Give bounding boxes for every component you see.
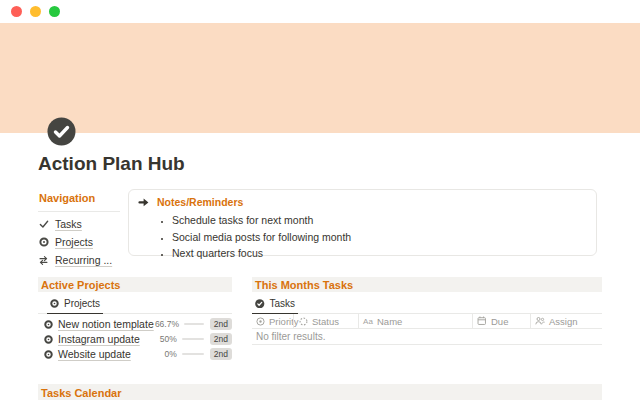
project-badge: 2nd — [210, 348, 232, 361]
nav-item-label: Tasks — [55, 218, 82, 230]
project-badge: 2nd — [210, 333, 232, 346]
nav-item-recurring[interactable]: Recurring ... — [38, 254, 120, 266]
project-progress-bar — [182, 338, 204, 341]
check-circle-icon — [255, 299, 265, 309]
page-cover[interactable] — [0, 23, 640, 133]
project-progress-value: 66.7% — [154, 319, 179, 329]
project-row[interactable]: Instagram update 50% 2nd — [38, 334, 232, 344]
target-icon — [38, 237, 49, 248]
target-icon — [50, 299, 59, 308]
column-header-status[interactable]: Status — [293, 314, 358, 328]
tab-label: Projects — [64, 298, 100, 309]
arrow-right-icon — [138, 196, 150, 208]
this-months-tasks-section: This Months Tasks Tasks Priority Statu — [252, 277, 602, 345]
notes-callout: Notes/Reminders Schedule tasks for next … — [128, 189, 597, 256]
project-name-link[interactable]: Website update — [58, 348, 131, 360]
this-months-tasks-heading: This Months Tasks — [252, 277, 602, 292]
project-progress-bar — [184, 323, 204, 326]
tasks-calendar-heading: Tasks Calendar — [38, 384, 602, 400]
repeat-icon — [38, 255, 49, 266]
nav-item-tasks[interactable]: Tasks — [38, 218, 120, 230]
active-projects-heading: Active Projects — [38, 277, 232, 292]
nav-item-projects[interactable]: Projects — [38, 236, 120, 248]
tab-label: Tasks — [270, 298, 296, 309]
project-row[interactable]: Website update 0% 2nd — [38, 349, 232, 359]
tasks-calendar-section: Tasks Calendar — [38, 384, 602, 400]
zoom-window-button[interactable] — [49, 6, 60, 17]
minimize-window-button[interactable] — [30, 6, 41, 17]
calendar-icon — [477, 316, 487, 326]
status-icon — [298, 316, 308, 326]
project-badge: 2nd — [210, 318, 232, 331]
navigation-section: Navigation Tasks Projects Recurring ... — [38, 190, 120, 266]
nav-item-label: Recurring ... — [55, 254, 112, 266]
page-title: Action Plan Hub — [38, 153, 185, 175]
check-icon — [38, 219, 49, 230]
callout-bullet: Schedule tasks for next month — [172, 212, 586, 229]
callout-bullet: Next quarters focus — [172, 245, 586, 262]
column-header-due[interactable]: Due — [472, 314, 530, 328]
target-icon — [44, 335, 53, 344]
project-name-link[interactable]: Instagram update — [58, 333, 140, 345]
project-progress-value: 50% — [149, 334, 177, 344]
tab-tasks[interactable]: Tasks — [252, 295, 298, 314]
callout-bullet: Social media posts for following month — [172, 229, 586, 246]
target-icon — [44, 350, 53, 359]
project-name-link[interactable]: New notion template — [58, 318, 154, 330]
navigation-heading: Navigation — [38, 190, 120, 212]
tasks-table-header: Priority Status Aa Name Due — [252, 314, 602, 329]
tab-projects[interactable]: Projects — [47, 295, 103, 314]
close-window-button[interactable] — [11, 6, 22, 17]
text-icon: Aa — [363, 316, 373, 326]
target-icon — [44, 320, 53, 329]
page-check-circle-icon[interactable] — [47, 117, 76, 146]
callout-bullet-list: Schedule tasks for next month Social med… — [138, 212, 586, 262]
assign-people-icon — [535, 316, 545, 326]
no-filter-results-row: No filter results. — [252, 329, 602, 345]
priority-icon — [256, 316, 265, 326]
column-header-assign[interactable]: Assign — [530, 314, 602, 328]
nav-item-label: Projects — [55, 236, 93, 248]
active-projects-section: Active Projects Projects New notion temp… — [38, 277, 232, 359]
callout-title: Notes/Reminders — [157, 196, 243, 208]
notion-window: Action Plan Hub Navigation Tasks Project… — [0, 0, 640, 400]
window-titlebar — [0, 0, 640, 23]
project-row[interactable]: New notion template 66.7% 2nd — [38, 319, 232, 329]
column-header-priority[interactable]: Priority — [252, 314, 293, 328]
project-progress-value: 0% — [149, 349, 177, 359]
project-progress-bar — [182, 353, 204, 356]
column-header-name[interactable]: Aa Name — [358, 314, 472, 328]
